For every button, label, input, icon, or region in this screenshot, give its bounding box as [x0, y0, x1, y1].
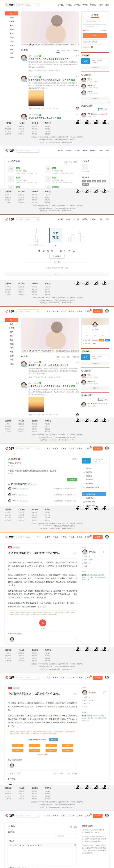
footer-link[interactable]: 隐私政策 [45, 795, 58, 797]
footer-link[interactable]: 网站地图 [5, 514, 19, 516]
footer-link[interactable]: 收费说明 [32, 517, 45, 519]
nav-item-话题[interactable]: 话题 [82, 4, 88, 6]
footer-link[interactable]: 交易成长 [19, 657, 32, 659]
may-know-more[interactable]: 查看更多 [81, 97, 109, 100]
footer-link[interactable]: 公司简介 [5, 125, 19, 127]
sidebar-item-动漫[interactable]: 动漫 [5, 55, 19, 59]
toolbar-button-0[interactable]: B [16, 844, 17, 846]
nav-item-发现[interactable]: 发现 [53, 447, 58, 450]
may-know-more[interactable]: 查看更多 [81, 386, 109, 390]
toolbar-button-7[interactable]: ⌁ [33, 844, 34, 846]
post-like-button[interactable]: 0 [76, 361, 79, 363]
footer-link[interactable]: 使用教程 [45, 519, 58, 521]
footer-link[interactable]: 机构认证 [32, 652, 45, 654]
footer-link[interactable]: 实名认证 [19, 790, 32, 792]
toolbar-button-3[interactable]: ≕ [22, 844, 24, 846]
search-input[interactable] [18, 677, 35, 679]
font-size-dropdown[interactable]: 大小 ▾ [10, 844, 14, 846]
nav-item-话题[interactable]: 话题 [69, 447, 74, 450]
footer-link[interactable]: 收费说明 [32, 130, 45, 132]
nav-item-专栏[interactable]: 专栏 [61, 677, 66, 679]
nav-item-商城[interactable]: 商城 [90, 150, 95, 152]
post-title[interactable]: 身边那些过得好的人，都是把生活过明白的人 [28, 364, 79, 367]
like-button[interactable]: 0 [8, 772, 15, 775]
footer-link[interactable]: 用户协议 [45, 426, 58, 428]
amount-button-20元[interactable]: 20元 [12, 749, 24, 752]
nav-item-商城[interactable]: 商城 [90, 4, 95, 6]
footer-link[interactable]: 问题反馈 [45, 512, 58, 514]
footer-link[interactable]: 用户协议 [45, 793, 58, 795]
nav-item-首页[interactable]: 首页 [45, 447, 50, 450]
nav-item-商城[interactable]: 商城 [77, 814, 82, 817]
brand-logo[interactable]: 我约 [5, 310, 15, 313]
carousel-image[interactable] [21, 318, 79, 349]
publish-button[interactable]: 发布 [93, 814, 103, 818]
footer-link[interactable]: 收费说明 [32, 795, 45, 797]
nav-item-发现[interactable]: 发现 [66, 150, 72, 152]
footer-link[interactable]: 问题反馈 [45, 194, 58, 196]
footer-link[interactable]: 人才招聘 [5, 519, 19, 521]
rank-tab-30天[interactable]: 30天 [103, 108, 109, 111]
footer-link[interactable]: 交易成长 [19, 428, 32, 430]
footer-link[interactable]: 商家合作 [32, 793, 45, 795]
footer-link[interactable]: 推广合作 [5, 517, 19, 519]
related-post-link[interactable]: 话题 如果你无法把你的心完无保留的交给一个人保管，别让你最后的年轻用在了妥协 [82, 574, 106, 581]
sidebar-item-热门[interactable]: 热门 [5, 11, 19, 16]
sidebar-item-体育[interactable]: 体育 [5, 358, 19, 362]
feed-tab-推荐[interactable]: 推荐 [62, 50, 65, 53]
amount-button-50元[interactable]: 50元 [29, 749, 40, 752]
footer-link[interactable]: 隐私政策 [45, 199, 58, 201]
footer-link[interactable]: 实名认证 [19, 423, 32, 425]
footer-link[interactable]: 订阅须知 [19, 519, 32, 521]
footer-link[interactable]: 公司简介 [5, 423, 19, 425]
nav-item-商城[interactable]: 商城 [77, 310, 82, 312]
topic-item[interactable]: 默认话题0 个讨论 0 个关注7 天新增 0 个讨论，30 天新增 0 个讨论 [45, 185, 77, 189]
search-input[interactable] [18, 218, 35, 220]
footer-link[interactable]: 网站地图 [5, 128, 19, 130]
footer-link[interactable]: 机构认证 [32, 194, 45, 196]
search-input[interactable] [18, 536, 35, 538]
footer-link[interactable]: 网站地图 [5, 655, 19, 657]
footer-link[interactable]: 赞助说明 [32, 202, 45, 204]
nav-item-发现[interactable]: 发现 [53, 677, 58, 679]
nav-item-商城[interactable]: 商城 [77, 677, 82, 679]
may-know-user[interactable]: 平平淡淡V0 个动态 0 次访问 [81, 84, 109, 89]
footer-link[interactable]: 网站地图 [5, 426, 19, 428]
nav-item-话题[interactable]: 话题 [69, 677, 74, 679]
sidebar-item-军事[interactable]: 军事 [5, 350, 19, 354]
footer-link[interactable]: 使用教程 [45, 431, 58, 433]
footer-link[interactable]: 人才招聘 [5, 202, 19, 204]
toolbar-button-11[interactable]: ⚏ [43, 844, 45, 846]
custom-amount-link[interactable]: 自定义打赏金额 [8, 753, 77, 755]
signin-button[interactable]: 签到 [81, 354, 90, 360]
nav-item-notice[interactable]: 通知3 [85, 677, 90, 679]
post-image[interactable] [28, 397, 44, 412]
nav-item-话题[interactable]: 话题 [82, 150, 88, 152]
may-know-user[interactable]: 平平淡淡V0 个动态 0 次访问 [81, 380, 109, 385]
feed-tab-最新[interactable]: 最新 [56, 356, 60, 359]
sidebar-item-热门[interactable]: 热门 [5, 318, 19, 322]
footer-link[interactable]: 订阅须知 [19, 202, 32, 204]
footer-link[interactable]: 隐私政策 [45, 428, 58, 430]
nav-item-专栏[interactable]: 专栏 [74, 218, 80, 220]
toolbar-button-1[interactable]: I [18, 844, 18, 846]
topic-item[interactable]: 运营2 个讨论 1 个关注7 天新增 2 个讨论，30 天新增 2 个讨论 [8, 176, 41, 184]
footer-link[interactable]: 网站地图 [5, 196, 19, 198]
footer-link[interactable]: 订阅须知 [19, 133, 32, 135]
carousel-dot[interactable] [51, 347, 52, 348]
footer-link[interactable]: 公司简介 [5, 512, 19, 514]
amount-button-5元[interactable]: 5元 [46, 744, 57, 747]
publish-tab-文章[interactable]: 文章 [74, 826, 77, 829]
feed-tab-最新[interactable]: 最新 [56, 50, 60, 53]
qq-login-icon[interactable] [91, 46, 93, 48]
topic-item[interactable]: 美女1 个讨论 1 个关注7 天新增 1 个讨论，30 天新增 1 个讨论 [45, 176, 77, 184]
recharge-button[interactable]: 充值 [99, 339, 104, 341]
toolbar-button-6[interactable]: ▣ [30, 844, 32, 846]
sidebar-item-动漫[interactable]: 动漫 [5, 362, 19, 366]
footer-link[interactable]: 公司简介 [5, 790, 19, 792]
register-line[interactable]: 还没有帐号？立即注册 [83, 39, 107, 43]
rank-tab-7天[interactable]: 7天 [98, 398, 103, 401]
feed-tab-推荐[interactable]: 推荐 [62, 356, 65, 359]
footer-link[interactable]: 人才招聘 [5, 133, 19, 135]
footer-link[interactable]: 订阅须知 [19, 431, 32, 433]
